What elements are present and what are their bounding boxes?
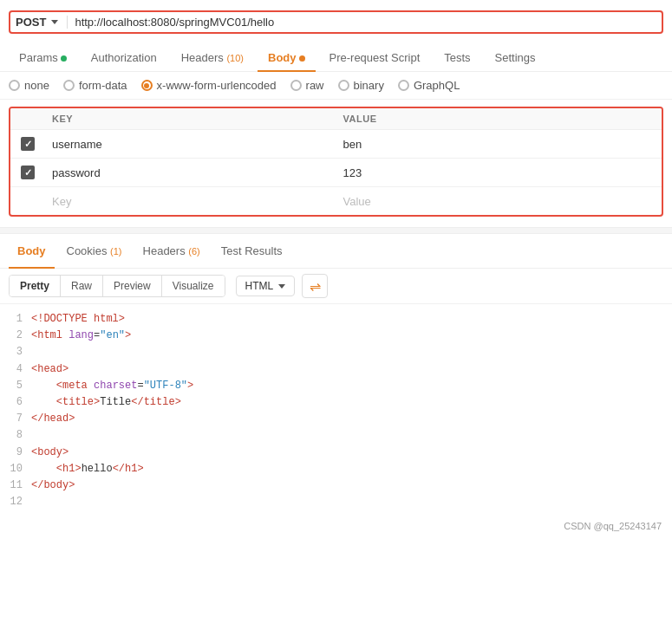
code-line-12: 12 xyxy=(0,494,672,510)
radio-binary[interactable]: binary xyxy=(338,79,384,92)
method-chevron-icon xyxy=(51,20,58,24)
kv-table: KEY VALUE username ben password 123 Key … xyxy=(9,107,663,217)
tab-settings[interactable]: Settings xyxy=(485,44,546,71)
code-line-11: 11 </body> xyxy=(0,477,672,494)
response-tabs: Body Cookies (1) Headers (6) Test Result… xyxy=(0,234,672,269)
kv-header-check xyxy=(10,114,45,124)
radio-none[interactable]: none xyxy=(9,79,49,92)
url-bar: POST xyxy=(9,10,663,34)
row1-value[interactable]: ben xyxy=(336,131,628,158)
watermark: CSDN @qq_25243147 xyxy=(0,517,672,538)
format-row: Pretty Raw Preview Visualize HTML ⇌ xyxy=(0,269,672,304)
format-btn-visualize[interactable]: Visualize xyxy=(162,276,225,296)
row2-checkbox-cell[interactable] xyxy=(10,159,45,186)
table-row: username ben xyxy=(10,130,662,159)
code-line-8: 8 xyxy=(0,427,672,444)
code-line-1: 1 <!DOCTYPE html> xyxy=(0,311,672,328)
kv-table-header: KEY VALUE xyxy=(10,108,662,130)
row2-key[interactable]: password xyxy=(45,159,336,186)
format-btn-preview[interactable]: Preview xyxy=(103,276,162,296)
format-btn-raw[interactable]: Raw xyxy=(61,276,103,296)
row1-actions xyxy=(627,140,662,147)
body-dot xyxy=(299,55,305,62)
radio-none-circle xyxy=(9,80,20,91)
response-tab-cookies[interactable]: Cookies (1) xyxy=(58,239,131,263)
response-tab-headers[interactable]: Headers (6) xyxy=(134,239,209,263)
url-input[interactable] xyxy=(75,16,656,29)
request-tabs: Params Authorization Headers (10) Body P… xyxy=(0,44,672,72)
format-btn-pretty[interactable]: Pretty xyxy=(10,276,61,296)
row3-checkbox-cell xyxy=(10,187,45,215)
format-group: Pretty Raw Preview Visualize xyxy=(9,275,225,297)
format-type-chevron-icon xyxy=(278,284,285,289)
row1-checkbox-cell[interactable] xyxy=(10,130,45,158)
method-select[interactable]: POST xyxy=(16,16,68,29)
row1-checkbox[interactable] xyxy=(21,137,35,151)
kv-header-key: KEY xyxy=(45,114,336,124)
radio-form-data-circle xyxy=(63,80,75,91)
method-text: POST xyxy=(16,16,46,29)
response-tab-test-results[interactable]: Test Results xyxy=(212,239,291,263)
tab-params[interactable]: Params xyxy=(9,44,77,71)
radio-urlencoded[interactable]: x-www-form-urlencoded xyxy=(141,79,277,92)
kv-header-value: VALUE xyxy=(336,114,628,124)
radio-form-data[interactable]: form-data xyxy=(63,79,127,92)
params-dot xyxy=(61,55,67,62)
body-types-row: none form-data x-www-form-urlencoded raw… xyxy=(0,72,672,100)
row1-key[interactable]: username xyxy=(45,131,336,158)
row3-actions xyxy=(627,198,662,205)
code-line-4: 4 <head> xyxy=(0,361,672,378)
row2-actions xyxy=(627,169,662,176)
radio-binary-circle xyxy=(338,80,349,91)
tab-headers[interactable]: Headers (10) xyxy=(171,44,254,71)
code-line-9: 9 <body> xyxy=(0,445,672,461)
kv-header-actions xyxy=(627,114,662,124)
code-line-7: 7 </head> xyxy=(0,411,672,427)
row3-key-placeholder[interactable]: Key xyxy=(45,188,336,215)
wrap-button[interactable]: ⇌ xyxy=(302,274,328,298)
table-row: password 123 xyxy=(10,159,662,187)
code-line-3: 3 xyxy=(0,344,672,360)
radio-raw[interactable]: raw xyxy=(290,79,324,92)
row2-checkbox[interactable] xyxy=(21,166,35,179)
radio-urlencoded-circle xyxy=(141,80,153,91)
radio-graphql[interactable]: GraphQL xyxy=(398,79,460,92)
row2-value[interactable]: 123 xyxy=(336,159,628,186)
code-line-6: 6 <title>Title</title> xyxy=(0,394,672,411)
code-line-5: 5 <meta charset="UTF-8"> xyxy=(0,378,672,394)
tab-authorization[interactable]: Authorization xyxy=(81,44,167,71)
tab-body[interactable]: Body xyxy=(258,44,316,71)
table-row-empty: Key Value xyxy=(10,187,662,215)
row3-checkbox-empty xyxy=(21,194,35,208)
tab-tests[interactable]: Tests xyxy=(434,44,480,71)
row3-value-placeholder[interactable]: Value xyxy=(336,188,628,215)
code-line-10: 10 <h1>hello</h1> xyxy=(0,461,672,477)
section-divider xyxy=(0,227,672,234)
response-tab-body[interactable]: Body xyxy=(9,239,55,263)
radio-graphql-circle xyxy=(398,80,409,91)
radio-raw-circle xyxy=(290,80,302,91)
format-type-select[interactable]: HTML xyxy=(236,276,296,296)
code-line-2: 2 <html lang="en"> xyxy=(0,328,672,344)
tab-pre-request[interactable]: Pre-request Script xyxy=(319,44,431,71)
code-area: 1 <!DOCTYPE html> 2 <html lang="en"> 3 4… xyxy=(0,304,672,517)
